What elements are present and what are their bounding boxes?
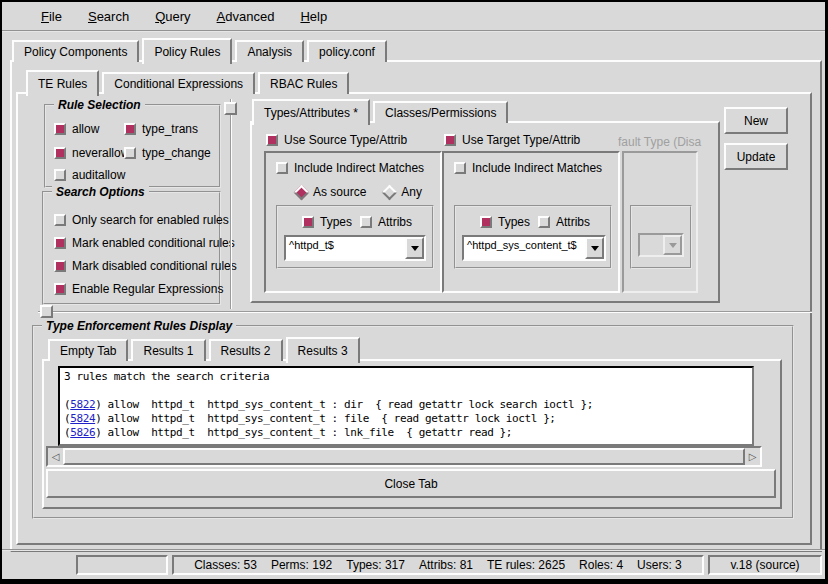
target-indirect-checkbox[interactable] — [454, 162, 466, 174]
stat-te-rules: TE rules: 2625 — [487, 558, 565, 572]
results-textarea[interactable]: 3 rules match the search criteria (5822)… — [58, 366, 754, 446]
rule-selection-frame: Rule Selection allow type_trans neverall… — [44, 104, 221, 188]
source-attribs-label: Attribs — [378, 215, 412, 229]
source-indirect-label: Include Indirect Matches — [294, 161, 424, 175]
mark-disabled-checkbox[interactable] — [54, 260, 66, 272]
search-options-frame: Search Options Only search for enabled r… — [42, 191, 221, 305]
status-bar: Classes: 53 Perms: 192 Types: 317 Attrib… — [2, 549, 825, 579]
type-change-checkbox-row: type_change — [124, 146, 211, 160]
te-rules-page: Rule Selection allow type_trans neverall… — [16, 92, 812, 545]
target-types-box: Types Attribs ^httpd_sys_content_t$ — [454, 205, 612, 269]
source-frame: Include Indirect Matches As source Any — [264, 151, 442, 293]
rule-id-link[interactable]: 5824 — [70, 412, 95, 425]
menu-advanced[interactable]: Advanced — [204, 6, 288, 27]
use-target-checkbox[interactable] — [444, 134, 456, 146]
source-combo-arrow-button[interactable] — [405, 237, 424, 259]
rule-text: ) allow httpd_t httpd_sys_content_t : di… — [95, 398, 593, 411]
te-display-frame: Type Enforcement Rules Display Empty Tab… — [32, 325, 794, 519]
any-radio[interactable] — [382, 184, 398, 200]
tab-policy-conf[interactable]: policy.conf — [307, 40, 387, 62]
horizontal-scrollbar[interactable]: ◁ ▷ — [46, 446, 762, 467]
default-type-frame — [622, 151, 698, 293]
target-types-label: Types — [498, 215, 530, 229]
target-attribs-checkbox[interactable] — [538, 216, 550, 228]
neverallow-checkbox[interactable] — [54, 147, 66, 159]
target-indirect-label: Include Indirect Matches — [472, 161, 602, 175]
use-target-row: Use Target Type/Attrib — [444, 133, 580, 147]
tab-conditional-expressions[interactable]: Conditional Expressions — [102, 72, 255, 94]
scroll-left-arrow[interactable]: ◁ — [48, 448, 63, 465]
menu-help[interactable]: Help — [287, 6, 340, 27]
rule-id-link[interactable]: 5826 — [70, 426, 95, 439]
menu-query[interactable]: Query — [142, 6, 203, 27]
rule-id-link[interactable]: 5822 — [70, 398, 95, 411]
close-tab-button[interactable]: Close Tab — [46, 469, 776, 498]
tab-analysis[interactable]: Analysis — [235, 40, 304, 62]
target-combo-arrow-button[interactable] — [585, 237, 604, 259]
tab-empty[interactable]: Empty Tab — [48, 339, 128, 361]
apol-window: File Search Query Advanced Help Policy C… — [0, 0, 828, 584]
allow-checkbox[interactable] — [54, 123, 66, 135]
tab-policy-components[interactable]: Policy Components — [12, 40, 139, 62]
auditallow-checkbox[interactable] — [54, 169, 66, 181]
tab-classes-permissions[interactable]: Classes/Permissions — [373, 101, 508, 123]
tab-types-attributes[interactable]: Types/Attributes * — [252, 99, 370, 125]
tab-policy-rules[interactable]: Policy Rules — [142, 38, 232, 64]
rule-line: (5822) allow httpd_t httpd_sys_content_t… — [64, 398, 748, 412]
stat-roles: Roles: 4 — [579, 558, 623, 572]
tab-te-rules[interactable]: TE Rules — [26, 70, 99, 96]
tab-rbac-rules[interactable]: RBAC Rules — [258, 72, 349, 94]
menu-file[interactable]: File — [28, 6, 75, 27]
vertical-sash-handle[interactable] — [224, 102, 237, 115]
mark-enabled-row: Mark enabled conditional rules — [54, 236, 235, 250]
target-type-combobox[interactable]: ^httpd_sys_content_t$ — [462, 235, 606, 261]
menu-search[interactable]: Search — [75, 6, 142, 27]
stat-users: Users: 3 — [637, 558, 682, 572]
rule-line: (5824) allow httpd_t httpd_sys_content_t… — [64, 412, 748, 426]
as-source-label: As source — [313, 185, 366, 199]
scroll-right-arrow[interactable]: ▷ — [745, 448, 760, 465]
use-target-label: Use Target Type/Attrib — [462, 133, 580, 147]
rule-text: ) allow httpd_t httpd_sys_content_t : fi… — [95, 412, 555, 425]
main-tab-row: Policy Components Policy Rules Analysis … — [10, 38, 822, 62]
regex-row: Enable Regular Expressions — [54, 282, 223, 296]
type-change-checkbox[interactable] — [124, 147, 136, 159]
policy-rules-page: TE Rules Conditional Expressions RBAC Ru… — [10, 60, 822, 552]
source-type-combobox[interactable]: ^httpd_t$ — [284, 235, 426, 261]
mark-enabled-checkbox[interactable] — [54, 237, 66, 249]
use-source-checkbox[interactable] — [266, 134, 278, 146]
source-types-checkbox[interactable] — [302, 216, 314, 228]
type-trans-checkbox[interactable] — [124, 123, 136, 135]
regex-checkbox[interactable] — [54, 283, 66, 295]
source-attribs-row: Attribs — [360, 215, 412, 229]
source-types-box: Types Attribs ^httpd_t$ — [276, 205, 434, 269]
rule-text: ) allow httpd_t httpd_sys_content_t : ln… — [95, 426, 512, 439]
source-type-value: ^httpd_t$ — [286, 237, 405, 259]
as-source-radio[interactable] — [294, 184, 310, 200]
horizontal-sash-handle[interactable] — [40, 305, 53, 318]
only-enabled-label: Only search for enabled rules — [72, 213, 229, 227]
any-label: Any — [401, 185, 422, 199]
update-button[interactable]: Update — [724, 143, 788, 170]
vertical-sash[interactable] — [230, 99, 232, 309]
main-notebook: Policy Components Policy Rules Analysis … — [10, 38, 822, 552]
status-version-panel: v.18 (source) — [708, 555, 822, 575]
mark-enabled-label: Mark enabled conditional rules — [72, 236, 235, 250]
tab-results-2[interactable]: Results 2 — [209, 339, 283, 361]
source-indirect-checkbox[interactable] — [276, 162, 288, 174]
policy-stats: Classes: 53 Perms: 192 Types: 317 Attrib… — [194, 558, 682, 572]
type-trans-label: type_trans — [142, 122, 198, 136]
new-button[interactable]: New — [724, 107, 788, 134]
tab-results-3[interactable]: Results 3 — [286, 337, 360, 363]
results-page: 3 rules match the search criteria (5822)… — [42, 359, 782, 509]
source-attribs-checkbox[interactable] — [360, 216, 372, 228]
chevron-down-icon — [411, 246, 419, 251]
types-attributes-page: Use Source Type/Attrib Include Indirect … — [250, 121, 720, 303]
only-enabled-checkbox[interactable] — [54, 214, 66, 226]
rule-line: (5826) allow httpd_t httpd_sys_content_t… — [64, 426, 748, 440]
use-source-row: Use Source Type/Attrib — [266, 133, 407, 147]
scroll-thumb[interactable] — [63, 448, 745, 465]
tab-results-1[interactable]: Results 1 — [131, 339, 205, 361]
target-types-checkbox[interactable] — [480, 216, 492, 228]
horizontal-sash[interactable] — [38, 311, 812, 313]
